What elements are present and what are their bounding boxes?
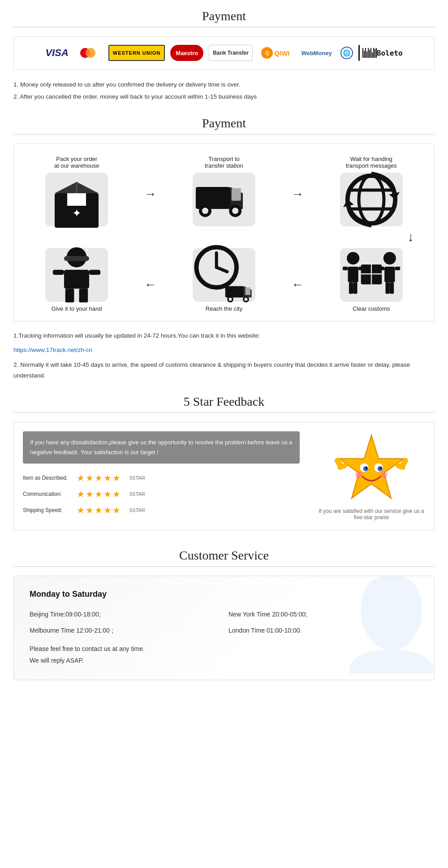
customs-icon — [340, 249, 403, 301]
mastercard-logo — [77, 45, 103, 61]
svg-rect-22 — [89, 270, 100, 275]
svg-point-34 — [244, 298, 247, 301]
flow-step-5: Reach the city — [179, 248, 269, 312]
svg-rect-30 — [246, 287, 250, 295]
flow-bottom-row: Give it to your hand ← — [21, 248, 427, 312]
barcode-icon — [362, 48, 377, 58]
payment-note-2: 2. After you cancelled the order, money … — [13, 91, 435, 103]
svg-point-13 — [359, 176, 384, 223]
feedback-right-text: If you are satisfied with our service gi… — [318, 508, 425, 521]
star-svg — [331, 432, 412, 503]
shipping-notes: 1.Tracking information will usually be u… — [13, 330, 435, 381]
divider-4 — [13, 566, 435, 567]
globe-shipping-icon — [340, 168, 403, 231]
feedback-title: 5 Star Feedback — [0, 386, 448, 412]
stars-1: ★★★★★ — [77, 473, 121, 483]
divider-1 — [13, 27, 435, 27]
delivery-person-icon — [45, 243, 108, 306]
box-icon: ✦ — [45, 168, 108, 231]
feedback-right: If you are satisfied with our service gi… — [309, 422, 434, 530]
webmoney-logo: WebMoney — [298, 45, 335, 61]
svg-text:✦: ✦ — [72, 207, 82, 219]
flow-step-3: Wait for handingtransport messages — [327, 153, 416, 226]
svg-point-55 — [365, 467, 367, 469]
cs-times-grid: Beijing Time:09:00-18:00; New York Time … — [30, 608, 418, 637]
cs-time-2: New York Time 20:00-05:00; — [228, 608, 418, 621]
flow-down-arrow: ↓ — [21, 230, 427, 244]
svg-point-12 — [348, 176, 395, 223]
flow-step-1-label: Pack your orderat our warehouse — [54, 153, 99, 169]
shipping-link[interactable]: https://www.17track.net/zh-cn — [13, 345, 435, 356]
star-character — [331, 432, 412, 503]
flow-step-4: Give it to your hand — [32, 248, 121, 312]
divider-3 — [13, 412, 435, 413]
rating-row-2: Communication: ★★★★★ 5STAR — [23, 489, 300, 499]
svg-rect-37 — [343, 266, 348, 270]
svg-rect-24 — [79, 289, 88, 303]
flow-step-6-label: Clear customs — [353, 305, 390, 312]
svg-point-56 — [379, 467, 382, 469]
svg-point-57 — [363, 465, 365, 467]
svg-point-41 — [383, 252, 396, 265]
svg-rect-45 — [385, 282, 389, 294]
flow-step-4-label: Give it to your hand — [52, 305, 102, 312]
svg-point-58 — [378, 465, 379, 467]
cs-work-days: Monday to Saturday — [30, 590, 418, 599]
customer-service-title: Customer Service — [0, 539, 448, 566]
western-union-logo: WESTERN UNION — [108, 45, 165, 61]
stars-2: ★★★★★ — [77, 489, 121, 499]
star-badge-1: 5STAR — [129, 475, 145, 481]
mastercard-icon — [80, 46, 100, 60]
svg-rect-23 — [65, 289, 74, 303]
svg-point-59 — [355, 471, 362, 478]
svg-marker-50 — [339, 435, 404, 498]
payment-title-1: Payment — [0, 0, 448, 27]
flow-icon-box-1: ✦ — [45, 173, 108, 226]
maestro-logo: Maestro — [170, 45, 203, 61]
feedback-message: If you have any dissatisfaction,please g… — [23, 431, 300, 464]
flow-icon-box-4 — [45, 248, 108, 302]
truck-icon — [193, 174, 255, 225]
svg-rect-40 — [353, 282, 357, 294]
clock-truck-icon — [193, 243, 255, 306]
star-badge-2: 5STAR — [129, 491, 145, 497]
svg-rect-5 — [196, 187, 230, 209]
svg-point-32 — [228, 298, 232, 301]
divider-2 — [13, 134, 435, 135]
svg-rect-19 — [64, 256, 89, 261]
svg-rect-44 — [395, 266, 400, 270]
flow-top-row: Pack your orderat our warehouse ✦ → Tran… — [21, 153, 427, 226]
flow-arrow-3: ← — [144, 278, 157, 292]
rating-row-1: Item as Described: ★★★★★ 5STAR — [23, 473, 300, 483]
svg-rect-21 — [53, 270, 64, 275]
flow-step-5-label: Reach the city — [206, 305, 242, 312]
flow-icon-box-2 — [193, 173, 255, 226]
flow-step-2-label: Transport totransfer station — [205, 153, 243, 169]
globe-logo: 🌐 — [340, 47, 353, 59]
flow-icon-box-3 — [340, 173, 403, 226]
stars-3: ★★★★★ — [77, 505, 121, 516]
customer-service-box: 👤 Monday to Saturday Beijing Time:09:00-… — [13, 576, 435, 680]
qiwi-logo: Q QIWI — [258, 45, 293, 61]
boleto-logo: Boleto — [358, 45, 406, 61]
flow-step-2: Transport totransfer station — [179, 153, 269, 226]
shipping-note-2: 2. Normally it will take 10-45 days to a… — [13, 360, 435, 382]
svg-rect-28 — [225, 286, 244, 297]
svg-rect-2 — [67, 193, 86, 206]
feedback-left: If you have any dissatisfaction,please g… — [14, 422, 309, 530]
flow-step-1: Pack your orderat our warehouse ✦ — [32, 153, 121, 226]
cs-time-3: Melbourne Time 12:00-21:00 ; — [30, 624, 220, 637]
svg-rect-39 — [349, 282, 353, 294]
rating-label-3: Shipping Speed: — [23, 507, 72, 513]
svg-point-11 — [232, 208, 238, 214]
svg-line-27 — [216, 267, 227, 272]
shipping-note-1: 1.Tracking information will usually be u… — [13, 330, 435, 341]
payment-notes: 1. Money only released to us after you c… — [13, 78, 435, 103]
flow-arrow-2: → — [291, 187, 304, 201]
payment-title-2: Payment — [0, 107, 448, 134]
svg-rect-36 — [348, 266, 358, 282]
bank-transfer-logo: Bank Transfer — [209, 45, 253, 61]
svg-point-60 — [380, 471, 388, 478]
flow-arrow-4: ← — [291, 278, 304, 292]
rating-label-2: Communication: — [23, 491, 72, 497]
